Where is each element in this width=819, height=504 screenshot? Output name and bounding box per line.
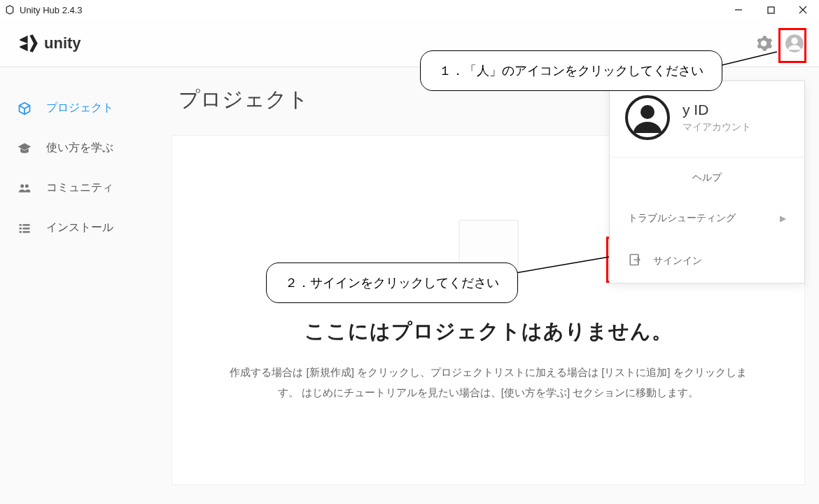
avatar-icon	[625, 95, 670, 140]
gear-icon	[755, 34, 773, 52]
list-icon	[17, 221, 32, 235]
sidebar-item-label: コミュニティ	[46, 181, 113, 195]
sidebar-item-projects[interactable]: プロジェクト	[0, 88, 172, 128]
dropdown-item-troubleshoot[interactable]: トラブルシューティング ▶	[610, 198, 804, 239]
svg-rect-1	[768, 7, 774, 13]
titlebar: Unity Hub 2.4.3	[0, 0, 819, 20]
svg-rect-13	[23, 231, 30, 233]
unity-logo-icon	[17, 31, 41, 55]
callout-1: １．「人」のアイコンをクリックしてください	[420, 50, 722, 91]
minimize-button[interactable]	[722, 0, 755, 20]
window-controls	[722, 0, 819, 20]
svg-point-15	[640, 105, 654, 119]
empty-description: 作成する場合は [新規作成] をクリックし、プロジェクトリストに加える場合は […	[172, 363, 804, 402]
callout-2: ２．サイインをクリックしてください	[266, 262, 518, 303]
dropdown-item-label: トラブルシューティング	[628, 212, 736, 225]
dropdown-item-signin[interactable]: サインイン	[610, 239, 804, 283]
sidebar-item-learn[interactable]: 使い方を学ぶ	[0, 128, 172, 168]
svg-rect-8	[20, 224, 22, 226]
dropdown-item-label: ヘルプ	[692, 172, 722, 184]
dropdown-item-label: サインイン	[653, 255, 702, 267]
sidebar-item-label: 使い方を学ぶ	[46, 141, 113, 155]
svg-point-7	[25, 184, 29, 188]
account-button[interactable]	[783, 31, 806, 55]
dropdown-subtitle: マイアカウント	[682, 121, 751, 134]
window-title: Unity Hub 2.4.3	[20, 5, 83, 15]
svg-point-5	[791, 37, 797, 43]
sidebar-item-label: プロジェクト	[46, 101, 113, 115]
brand-text: unity	[44, 34, 81, 52]
app-icon	[4, 4, 15, 15]
sidebar-item-community[interactable]: コミュニティ	[0, 168, 172, 208]
dropdown-id-title: y ID	[682, 102, 751, 118]
chevron-right-icon: ▶	[780, 214, 786, 223]
sidebar-item-installs[interactable]: インストール	[0, 208, 172, 248]
cube-icon	[17, 102, 32, 115]
people-icon	[17, 181, 32, 195]
user-icon	[785, 34, 804, 53]
dropdown-item-help[interactable]: ヘルプ	[610, 158, 804, 198]
settings-button[interactable]	[752, 31, 776, 55]
svg-rect-11	[23, 227, 30, 230]
svg-rect-9	[23, 224, 30, 226]
sidebar: プロジェクト 使い方を学ぶ コミュニティ インストール	[0, 67, 172, 504]
svg-point-6	[20, 184, 24, 188]
svg-rect-10	[20, 227, 22, 230]
graduation-icon	[17, 141, 32, 155]
signin-icon	[628, 253, 642, 269]
account-dropdown: y ID マイアカウント ヘルプ トラブルシューティング ▶ サインイン	[609, 80, 805, 284]
sidebar-item-label: インストール	[46, 220, 113, 235]
svg-rect-12	[20, 231, 22, 233]
close-button[interactable]	[787, 0, 819, 20]
dropdown-header: y ID マイアカウント	[610, 81, 804, 158]
maximize-button[interactable]	[755, 0, 787, 20]
empty-heading: ここにはプロジェクトはありません。	[172, 318, 804, 346]
unity-logo: unity	[17, 31, 81, 55]
